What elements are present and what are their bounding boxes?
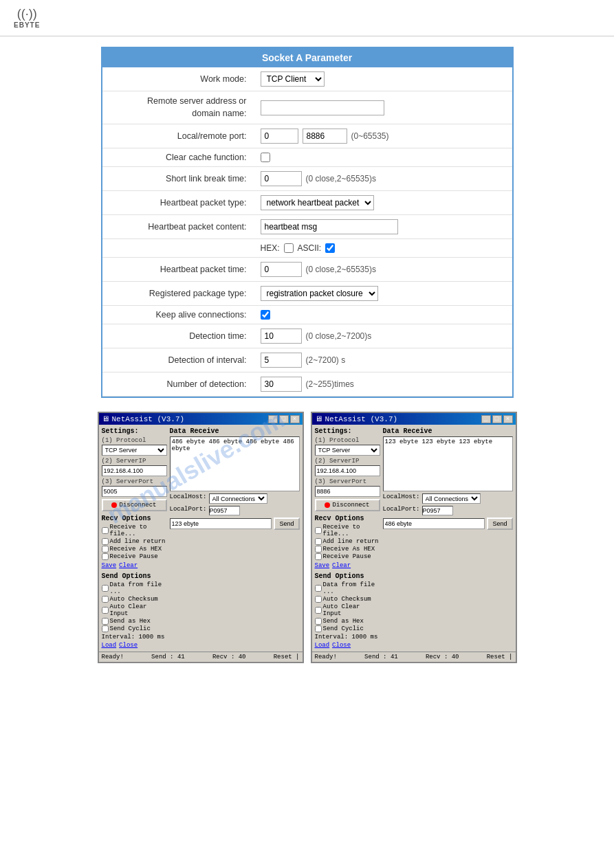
netassist-left-data: Data Receive 486 ebyte 486 ebyte 486 eby… xyxy=(170,427,300,649)
clear-btn-right[interactable]: Clear xyxy=(332,562,351,569)
receive-pause-cb-left[interactable] xyxy=(102,553,109,560)
heartbeat-time-input[interactable] xyxy=(261,262,302,277)
auto-checksum-cb-right[interactable] xyxy=(315,596,322,603)
receive-pause-cb-right[interactable] xyxy=(315,553,322,560)
disconnect-btn-left[interactable]: Disconnect xyxy=(102,499,167,511)
local-port-input[interactable] xyxy=(261,129,298,144)
send-as-hex-cb-left[interactable] xyxy=(102,618,109,625)
send-as-hex-cb-right[interactable] xyxy=(315,618,322,625)
remote-server-input[interactable]: 192.168.4.100 xyxy=(261,100,384,115)
recv-count-right: Recv : 40 xyxy=(426,654,459,660)
close-link-btn-right[interactable]: Close xyxy=(332,642,351,649)
load-close-row-left: Load Close xyxy=(102,642,167,649)
send-button-left[interactable]: Send xyxy=(274,518,299,530)
reset-label-left[interactable]: Reset | xyxy=(274,654,300,660)
keep-alive-label: Keep alive connections: xyxy=(102,306,254,324)
send-button-right[interactable]: Send xyxy=(487,518,512,530)
brand-logo: ((·)) EBYTE xyxy=(14,7,40,29)
receive-as-hex-cb-right[interactable] xyxy=(315,546,322,553)
detection-interval-value-cell: (2~7200) s xyxy=(254,348,512,372)
server-ip-input-left[interactable] xyxy=(102,465,167,476)
send-input-right[interactable] xyxy=(383,518,485,529)
maximize-btn-left[interactable]: □ xyxy=(279,415,289,423)
registered-package-select[interactable]: registration packet closure MAC address … xyxy=(261,286,378,301)
detection-number-input[interactable] xyxy=(261,377,302,392)
data-from-file-cb-right[interactable] xyxy=(315,585,322,592)
hex-ascii-value-cell: HEX: ASCII: xyxy=(254,239,512,258)
close-link-btn-left[interactable]: Close xyxy=(119,642,138,649)
send-cyclic-cb-left[interactable] xyxy=(102,625,109,632)
detection-interval-row: Detection of interval: (2~7200) s xyxy=(102,348,512,372)
heartbeat-type-row: Heartbeat packet type: network heartbeat… xyxy=(102,191,512,215)
port-value-cell: (0~65535) xyxy=(254,124,512,148)
remote-port-input[interactable] xyxy=(303,129,347,144)
keep-alive-checkbox[interactable] xyxy=(261,310,270,320)
reset-label-right[interactable]: Reset | xyxy=(487,654,513,660)
recv-to-file-row-right: Receive to file... xyxy=(315,524,380,537)
send-cyclic-row-right: Send Cyclic xyxy=(315,625,380,632)
disconnect-btn-right[interactable]: Disconnect xyxy=(315,499,380,511)
save-btn-left[interactable]: Save xyxy=(102,562,117,569)
auto-checksum-row-right: Auto Checksum xyxy=(315,596,380,603)
local-host-select-right[interactable]: All Connections xyxy=(422,493,481,504)
server-port-input-left[interactable] xyxy=(102,486,167,497)
send-input-left[interactable] xyxy=(170,518,272,529)
heartbeat-type-select[interactable]: network heartbeat packet serial heartbea… xyxy=(261,195,374,210)
receive-as-hex-cb-left[interactable] xyxy=(102,546,109,553)
load-btn-right[interactable]: Load xyxy=(315,642,330,649)
short-link-input[interactable] xyxy=(261,171,302,186)
auto-clear-input-cb-left[interactable] xyxy=(102,607,109,614)
detection-interval-input[interactable] xyxy=(261,353,302,368)
auto-clear-input-label-right: Auto Clear Input xyxy=(323,603,380,617)
netassist-right-title-left: 🖥 NetAssist (V3.7) xyxy=(315,414,398,423)
local-host-select-left[interactable]: All Connections xyxy=(209,493,267,504)
load-btn-left[interactable]: Load xyxy=(102,642,117,649)
recv-count-left: Recv : 40 xyxy=(212,654,246,660)
auto-checksum-cb-left[interactable] xyxy=(102,596,109,603)
detection-time-input[interactable] xyxy=(261,329,302,344)
auto-clear-input-cb-right[interactable] xyxy=(315,607,322,614)
maximize-btn-right[interactable]: □ xyxy=(492,415,502,423)
data-receive-area-right: 123 ebyte 123 ebyte 123 ebyte xyxy=(383,436,513,491)
server-port-input-right[interactable] xyxy=(315,486,380,497)
close-btn-left[interactable]: × xyxy=(290,415,300,423)
hex-ascii-row: HEX: ASCII: xyxy=(102,239,512,258)
interval-row-left: Interval: 1000 ms xyxy=(102,634,167,641)
local-port-label-left: LocalPort: xyxy=(170,506,207,515)
save-btn-right[interactable]: Save xyxy=(315,562,330,569)
disconnect-icon-right xyxy=(325,502,330,508)
send-cyclic-cb-right[interactable] xyxy=(315,625,322,632)
recv-options-label-left: Recv Options xyxy=(102,515,167,522)
work-mode-select[interactable]: TCP Client TCP Server UDP xyxy=(261,71,325,87)
settings-label-left: Settings: xyxy=(102,427,167,435)
ascii-checkbox[interactable] xyxy=(325,243,335,253)
add-line-return-cb-left[interactable] xyxy=(102,538,109,545)
minimize-btn-right[interactable]: _ xyxy=(481,415,491,423)
send-row-left: Send xyxy=(170,518,300,530)
heartbeat-content-input[interactable] xyxy=(261,219,398,234)
page-header: ((·)) EBYTE xyxy=(0,0,614,36)
hex-checkbox[interactable] xyxy=(284,243,294,253)
netassist-left-title-left: 🖥 NetAssist (V3.7) xyxy=(102,414,185,423)
server-ip-input-right[interactable] xyxy=(315,465,380,476)
protocol-select-left[interactable]: TCP Server xyxy=(102,445,167,456)
clear-cache-checkbox[interactable] xyxy=(261,153,270,162)
detection-interval-label: Detection of interval: xyxy=(102,348,254,372)
protocol-select-right[interactable]: TCP Server xyxy=(315,445,380,456)
netassist-left-controls: _ □ × xyxy=(268,415,300,423)
netassist-left-sidebar: Settings: (1) Protocol TCP Server (2) Se… xyxy=(102,427,167,649)
recv-to-file-cb-right[interactable] xyxy=(315,527,322,534)
recv-to-file-cb-left[interactable] xyxy=(102,527,109,534)
detection-number-row: Number of detection: (2~255)times xyxy=(102,372,512,397)
work-mode-value-cell: TCP Client TCP Server UDP xyxy=(254,67,512,91)
data-receive-area-left: 486 ebyte 486 ebyte 486 ebyte 486 ebyte xyxy=(170,436,300,491)
add-line-return-cb-right[interactable] xyxy=(315,538,322,545)
local-port-input-right[interactable] xyxy=(422,506,453,515)
local-port-label-right: LocalPort: xyxy=(383,506,420,515)
clear-btn-left[interactable]: Clear xyxy=(119,562,138,569)
local-port-input-left[interactable] xyxy=(209,506,240,515)
close-btn-right[interactable]: × xyxy=(503,415,513,423)
minimize-btn-left[interactable]: _ xyxy=(268,415,278,423)
netassist-right-title: NetAssist (V3.7) xyxy=(325,415,398,423)
data-from-file-cb-left[interactable] xyxy=(102,585,109,592)
